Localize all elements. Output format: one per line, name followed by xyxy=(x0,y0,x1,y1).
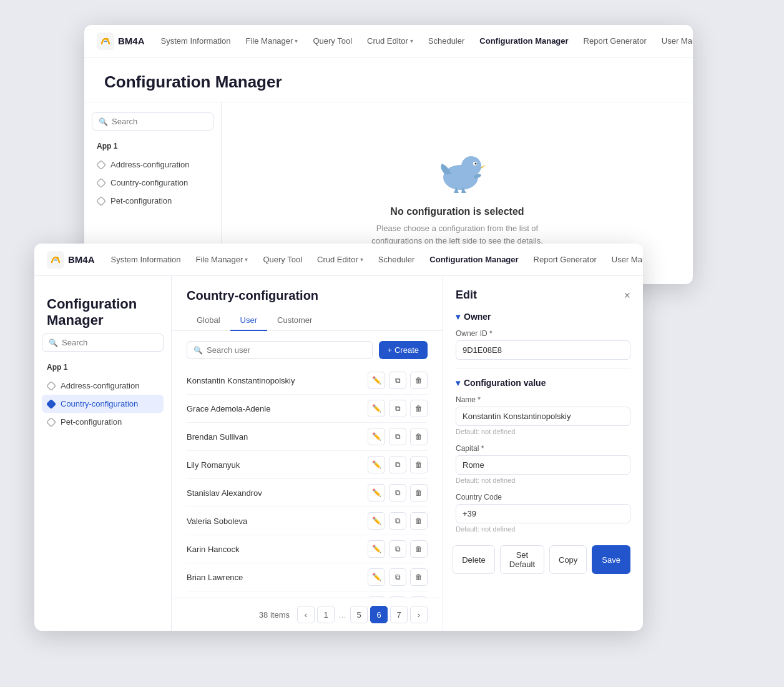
tab-user[interactable]: User xyxy=(230,310,267,331)
copy-button[interactable]: ⧉ xyxy=(389,456,406,473)
edit-button[interactable]: ✏️ xyxy=(368,372,385,389)
close-button[interactable]: × xyxy=(624,290,630,301)
edit-button[interactable]: ✏️ xyxy=(368,540,385,558)
save-button[interactable]: Save xyxy=(592,545,630,574)
row-actions: ✏️ ⧉ 🗑 xyxy=(368,512,428,530)
search-icon-user: 🔍 xyxy=(194,346,203,355)
user-search-input[interactable] xyxy=(207,345,366,355)
sidebar-search-box-2[interactable]: 🔍 xyxy=(42,334,164,352)
nav-system-info-1[interactable]: System Information xyxy=(155,32,237,49)
edit-button[interactable]: ✏️ xyxy=(368,568,385,586)
nav-system-info-2[interactable]: System Information xyxy=(105,251,187,268)
svg-point-1 xyxy=(106,38,109,41)
nav-scheduler-1[interactable]: Scheduler xyxy=(422,32,471,49)
edit-button[interactable]: ✏️ xyxy=(368,400,385,417)
user-name: Karin Hancock xyxy=(187,545,368,554)
window-foreground: BM4A System Information File Manager▾ Qu… xyxy=(34,244,643,631)
chevron-down-icon: ▾ xyxy=(410,37,413,44)
user-row: Brendan Sullivan ✏️ ⧉ 🗑 xyxy=(187,423,428,451)
pagination-page-6[interactable]: 6 xyxy=(370,606,388,623)
sidebar-item-country-2[interactable]: Country-configuration xyxy=(42,395,164,413)
diamond-icon xyxy=(97,161,105,169)
sidebar-search-input-2[interactable] xyxy=(62,338,157,347)
svg-rect-2 xyxy=(97,161,105,169)
name-default: Default: not defined xyxy=(456,428,630,435)
user-name: Brian Lawrence xyxy=(187,573,368,582)
sidebar-search-box-1[interactable]: 🔍 xyxy=(92,112,213,131)
owner-id-input[interactable] xyxy=(456,340,630,360)
delete-button[interactable]: 🗑 xyxy=(410,568,428,586)
user-search-box[interactable]: 🔍 xyxy=(187,341,373,359)
nav-config-manager-2[interactable]: Configuration Manager xyxy=(423,251,524,268)
copy-button[interactable]: ⧉ xyxy=(389,540,406,558)
nav-report-gen-1[interactable]: Report Generator xyxy=(577,32,653,49)
country-code-input[interactable] xyxy=(456,504,630,523)
tab-customer[interactable]: Customer xyxy=(267,310,322,331)
delete-button[interactable]: 🗑 xyxy=(410,540,428,558)
pagination-prev[interactable]: ‹ xyxy=(297,606,315,623)
nav-file-manager-2[interactable]: File Manager▾ xyxy=(190,251,255,268)
edit-button[interactable]: ✏️ xyxy=(368,456,385,473)
tabs-row: Global User Customer xyxy=(172,310,443,331)
svg-rect-4 xyxy=(97,197,105,205)
nav-report-gen-2[interactable]: Report Generator xyxy=(527,251,603,268)
capital-default: Default: not defined xyxy=(456,477,630,484)
diamond-icon xyxy=(97,179,105,187)
delete-button[interactable]: 🗑 xyxy=(410,484,428,502)
sidebar-item-pet-2[interactable]: Pet-configuration xyxy=(42,413,164,431)
nav-user-mgmt-1[interactable]: User Management xyxy=(655,32,693,49)
nav-scheduler-2[interactable]: Scheduler xyxy=(372,251,421,268)
row-actions: ✏️ ⧉ 🗑 xyxy=(368,372,428,389)
sidebar-item-address-2[interactable]: Address-configuration xyxy=(42,377,164,395)
nav-query-tool-2[interactable]: Query Tool xyxy=(257,251,308,268)
sidebar-group-2: App 1 xyxy=(42,360,164,374)
edit-button[interactable]: ✏️ xyxy=(368,512,385,530)
copy-button[interactable]: ⧉ xyxy=(389,428,406,445)
create-button[interactable]: + Create xyxy=(379,341,428,359)
delete-button[interactable]: 🗑 xyxy=(410,372,428,389)
pagination-page-5[interactable]: 5 xyxy=(350,606,368,623)
set-default-button[interactable]: Set Default xyxy=(500,545,544,574)
name-input[interactable] xyxy=(456,407,630,426)
nav-file-manager-1[interactable]: File Manager▾ xyxy=(240,32,305,49)
copy-button[interactable]: ⧉ xyxy=(389,568,406,586)
copy-button[interactable]: ⧉ xyxy=(389,400,406,417)
delete-button[interactable]: 🗑 xyxy=(410,400,428,417)
nav-crud-editor-1[interactable]: Crud Editor▾ xyxy=(361,32,419,49)
nav-query-tool-1[interactable]: Query Tool xyxy=(306,32,358,49)
copy-button[interactable]: ⧉ xyxy=(389,372,406,389)
sidebar-item-address-1[interactable]: Address-configuration xyxy=(92,156,213,174)
capital-input[interactable] xyxy=(456,455,630,475)
config-value-section-header[interactable]: ▾ Configuration value xyxy=(456,378,630,388)
pagination-dots: … xyxy=(337,610,348,620)
sidebar-item-country-1[interactable]: Country-configuration xyxy=(92,174,213,192)
pagination-page-1[interactable]: 1 xyxy=(317,606,335,623)
pagination-next[interactable]: › xyxy=(410,606,428,623)
nav-user-mgmt-2[interactable]: User Management xyxy=(605,251,643,268)
edit-panel: Edit × ▾ Owner Owner ID * ▾ Configuratio… xyxy=(443,276,643,631)
delete-button[interactable]: 🗑 xyxy=(410,456,428,473)
svg-rect-14 xyxy=(47,418,56,427)
sidebar-search-input-1[interactable] xyxy=(112,117,207,126)
user-row: Valeria Soboleva ✏️ ⧉ 🗑 xyxy=(187,507,428,535)
tab-global[interactable]: Global xyxy=(187,310,230,331)
copy-button[interactable]: ⧉ xyxy=(389,512,406,530)
copy-action-button[interactable]: Copy xyxy=(549,545,587,574)
owner-section-header[interactable]: ▾ Owner xyxy=(456,312,630,322)
divider-1 xyxy=(456,368,630,369)
edit-button[interactable]: ✏️ xyxy=(368,428,385,445)
svg-point-6 xyxy=(461,156,481,176)
pagination-page-7[interactable]: 7 xyxy=(390,606,408,623)
edit-button[interactable]: ✏️ xyxy=(368,484,385,502)
pagination: 38 items ‹ 1 … 5 6 7 › xyxy=(172,598,443,631)
main-layout-2: Configuration Manager 🔍 App 1 Address-co… xyxy=(34,276,643,631)
sidebar-item-pet-1[interactable]: Pet-configuration xyxy=(92,192,213,210)
delete-action-button[interactable]: Delete xyxy=(453,545,495,574)
copy-button[interactable]: ⧉ xyxy=(389,484,406,502)
delete-button[interactable]: 🗑 xyxy=(410,428,428,445)
nav-crud-editor-2[interactable]: Crud Editor▾ xyxy=(311,251,370,268)
brand-logo[interactable]: BM4A xyxy=(97,32,145,50)
delete-button[interactable]: 🗑 xyxy=(410,512,428,530)
brand-logo-2[interactable]: BM4A xyxy=(47,251,95,269)
nav-config-manager-1[interactable]: Configuration Manager xyxy=(473,32,574,49)
